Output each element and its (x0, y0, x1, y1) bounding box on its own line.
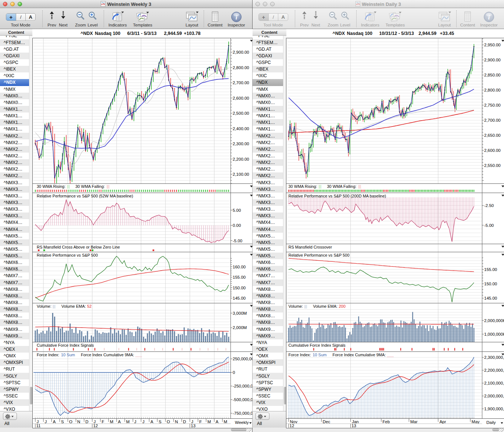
svg-text:i: i (488, 14, 490, 21)
svg-text:i: i (236, 14, 237, 21)
